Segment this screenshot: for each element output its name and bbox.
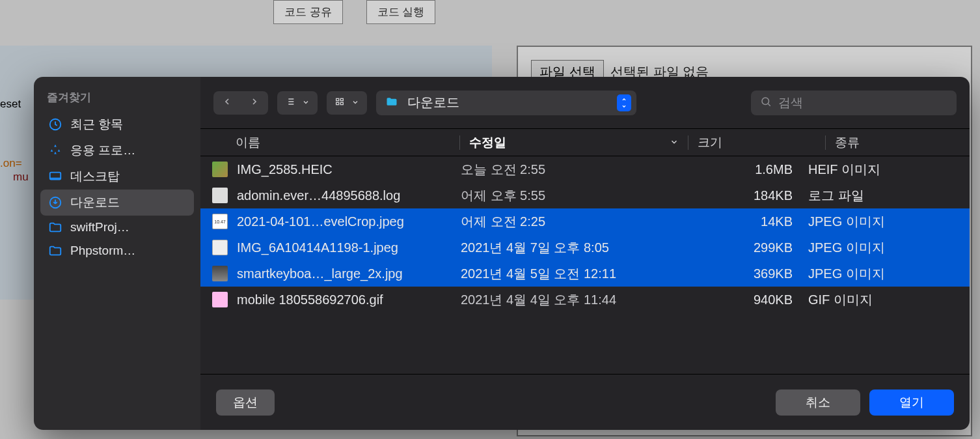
file-kind: JPEG 이미지 bbox=[808, 213, 970, 231]
file-kind: GIF 이미지 bbox=[808, 291, 970, 309]
file-type-icon bbox=[212, 292, 228, 307]
grid-icon bbox=[334, 96, 345, 109]
dialog-footer: 옵션 취소 열기 bbox=[200, 374, 970, 430]
file-size: 299KB bbox=[681, 240, 808, 255]
column-header-name[interactable]: 이름 bbox=[236, 134, 459, 151]
file-date: 어제 오전 2:25 bbox=[461, 213, 681, 231]
svg-rect-5 bbox=[336, 102, 339, 104]
open-button[interactable]: 열기 bbox=[869, 389, 954, 416]
view-list-button[interactable] bbox=[277, 91, 318, 115]
sidebar-item-downloads[interactable]: 다운로드 bbox=[40, 190, 194, 216]
file-type-icon bbox=[212, 240, 228, 255]
chevron-down-icon bbox=[670, 135, 679, 150]
updown-arrows-icon bbox=[617, 94, 631, 111]
file-size: 184KB bbox=[681, 188, 808, 203]
cancel-button[interactable]: 취소 bbox=[776, 389, 860, 416]
file-row[interactable]: 10.472021-04-101…evelCrop.jpeg어제 오전 2:25… bbox=[200, 208, 970, 234]
file-size: 14KB bbox=[681, 214, 808, 229]
file-list[interactable]: IMG_2585.HEIC오늘 오전 2:551.6MBHEIF 이미지adom… bbox=[200, 156, 970, 374]
file-date: 오늘 오전 2:55 bbox=[461, 161, 681, 178]
download-icon bbox=[48, 195, 62, 210]
column-header-kind[interactable]: 종류 bbox=[835, 134, 970, 151]
file-kind: 로그 파일 bbox=[808, 187, 970, 205]
desktop-icon bbox=[48, 169, 62, 184]
column-header-label: 수정일 bbox=[469, 134, 506, 151]
sidebar-item-phpstorm[interactable]: Phpstorm… bbox=[40, 239, 194, 262]
file-row[interactable]: smartkeyboa…_large_2x.jpg2021년 4월 5일 오전 … bbox=[200, 261, 970, 287]
file-row[interactable]: IMG_6A10414A1198-1.jpeg2021년 4월 7일 오후 8:… bbox=[200, 234, 970, 261]
file-dialog: 즐겨찾기 최근 항목 응용 프로… 데스크탑 다운로드 bbox=[34, 77, 970, 430]
file-row[interactable]: adomin.ever…44895688.log어제 오후 5:55184KB로… bbox=[200, 182, 970, 208]
chevron-down-icon bbox=[302, 97, 310, 109]
folder-icon bbox=[48, 244, 62, 258]
sidebar-item-label: 응용 프로… bbox=[70, 142, 135, 159]
file-type-icon bbox=[212, 162, 228, 177]
sidebar-item-label: 최근 항목 bbox=[70, 116, 123, 133]
back-button[interactable] bbox=[215, 93, 239, 113]
file-name: mobile 180558692706.gif bbox=[237, 292, 461, 307]
file-name: 2021-04-101…evelCrop.jpeg bbox=[237, 214, 461, 229]
column-header-size[interactable]: 크기 bbox=[698, 134, 825, 151]
file-size: 940KB bbox=[681, 292, 808, 307]
column-headers: 이름 수정일 크기 종류 bbox=[200, 129, 970, 156]
clock-icon bbox=[48, 117, 62, 132]
file-type-icon bbox=[212, 266, 228, 281]
options-button[interactable]: 옵션 bbox=[216, 389, 275, 416]
sidebar-item-label: 다운로드 bbox=[70, 194, 120, 211]
sidebar-item-applications[interactable]: 응용 프로… bbox=[40, 137, 194, 163]
sidebar-item-recents[interactable]: 최근 항목 bbox=[40, 111, 194, 137]
sidebar-item-label: Phpstorm… bbox=[70, 244, 135, 258]
forward-button[interactable] bbox=[243, 93, 266, 113]
file-kind: HEIF 이미지 bbox=[808, 161, 970, 178]
file-kind: JPEG 이미지 bbox=[808, 239, 970, 257]
sidebar-item-label: 데스크탑 bbox=[70, 168, 120, 185]
location-label: 다운로드 bbox=[407, 94, 609, 111]
sidebar: 즐겨찾기 최근 항목 응용 프로… 데스크탑 다운로드 bbox=[34, 77, 200, 430]
file-date: 2021년 4월 5일 오전 12:11 bbox=[461, 265, 681, 283]
chevron-right-icon bbox=[249, 96, 260, 109]
file-type-icon bbox=[212, 188, 228, 203]
chevron-left-icon bbox=[222, 96, 232, 109]
svg-rect-3 bbox=[336, 98, 339, 100]
folder-icon bbox=[384, 95, 400, 111]
file-date: 어제 오후 5:55 bbox=[461, 187, 681, 205]
file-size: 1.6MB bbox=[681, 162, 808, 177]
file-name: adomin.ever…44895688.log bbox=[237, 188, 461, 203]
list-icon bbox=[285, 96, 295, 109]
apps-icon bbox=[48, 143, 62, 158]
file-kind: JPEG 이미지 bbox=[808, 265, 970, 283]
file-row[interactable]: IMG_2585.HEIC오늘 오전 2:551.6MBHEIF 이미지 bbox=[200, 156, 970, 182]
search-field[interactable] bbox=[751, 91, 957, 115]
chevron-down-icon bbox=[351, 97, 359, 109]
file-size: 369KB bbox=[681, 266, 808, 281]
svg-rect-4 bbox=[340, 98, 343, 100]
sidebar-item-label: swiftProj… bbox=[70, 220, 129, 234]
sidebar-header: 즐겨찾기 bbox=[40, 90, 194, 111]
toolbar: 다운로드 bbox=[200, 77, 970, 129]
column-header-date[interactable]: 수정일 bbox=[469, 134, 688, 151]
svg-point-7 bbox=[762, 98, 769, 105]
file-date: 2021년 4월 7일 오후 8:05 bbox=[461, 239, 681, 257]
view-group-button[interactable] bbox=[327, 91, 367, 115]
file-name: IMG_2585.HEIC bbox=[237, 162, 461, 177]
file-date: 2021년 4월 4일 오후 11:44 bbox=[461, 291, 681, 309]
file-name: IMG_6A10414A1198-1.jpeg bbox=[237, 240, 461, 255]
search-input[interactable] bbox=[778, 96, 947, 110]
sidebar-item-swiftproj[interactable]: swiftProj… bbox=[40, 216, 194, 239]
sidebar-item-desktop[interactable]: 데스크탑 bbox=[40, 163, 194, 190]
file-type-icon: 10.47 bbox=[212, 214, 228, 229]
file-row[interactable]: mobile 180558692706.gif2021년 4월 4일 오후 11… bbox=[200, 287, 970, 313]
location-dropdown[interactable]: 다운로드 bbox=[376, 91, 636, 115]
folder-icon bbox=[48, 220, 62, 234]
search-icon bbox=[760, 96, 772, 110]
file-name: smartkeyboa…_large_2x.jpg bbox=[237, 266, 461, 281]
main-panel: 다운로드 이름 수정일 bbox=[200, 77, 970, 430]
svg-rect-6 bbox=[340, 102, 343, 104]
